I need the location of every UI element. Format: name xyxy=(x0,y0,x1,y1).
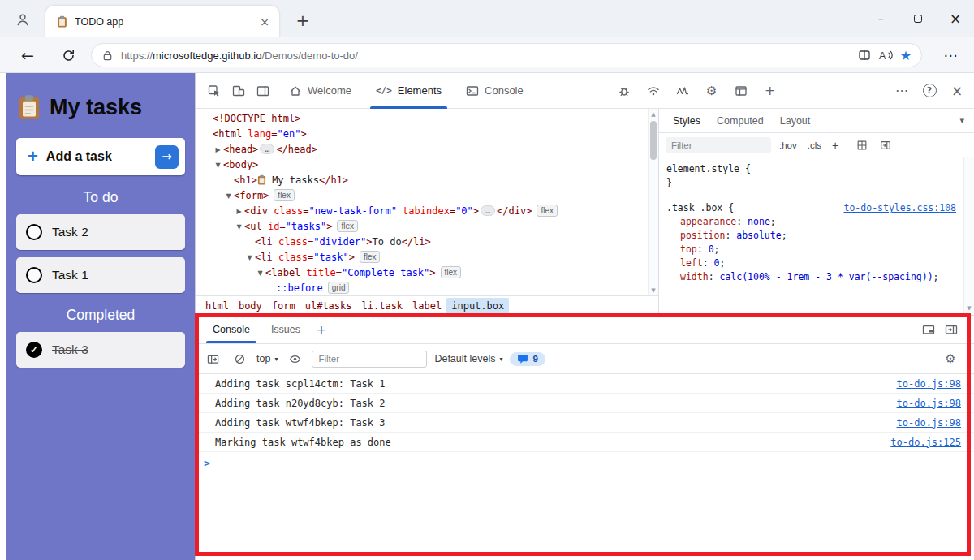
console-input-row[interactable]: > xyxy=(196,452,974,474)
tree-row[interactable]: ▼<body> xyxy=(196,157,648,173)
grid-badge[interactable]: grid xyxy=(328,282,350,294)
elements-scrollbar[interactable]: ▲ ▼ xyxy=(648,109,658,295)
breadcrumb-item[interactable]: li.task xyxy=(357,298,408,314)
clear-console-icon[interactable] xyxy=(230,349,249,368)
task-checked-icon[interactable]: ✓ xyxy=(26,342,42,358)
add-task-button[interactable]: + Add a task → xyxy=(16,138,185,175)
tab-styles[interactable]: Styles xyxy=(666,112,708,130)
breadcrumb-item[interactable]: body xyxy=(234,298,267,314)
expand-arrow-down-icon[interactable]: ▼ xyxy=(223,188,234,204)
issues-count-badge[interactable]: 9 xyxy=(510,352,545,366)
breadcrumb-item[interactable]: label xyxy=(407,298,446,314)
scroll-down-icon[interactable]: ▼ xyxy=(649,285,658,295)
expand-arrow-down-icon[interactable]: ▼ xyxy=(213,157,223,173)
expand-arrow-down-icon[interactable]: ▼ xyxy=(244,250,255,265)
tab-computed[interactable]: Computed xyxy=(709,112,771,130)
breadcrumb-item[interactable]: html xyxy=(200,298,234,314)
grid-overlay-icon[interactable] xyxy=(853,136,871,154)
flex-badge[interactable]: flex xyxy=(274,189,295,201)
more-options-icon[interactable]: ⋯ xyxy=(890,79,914,103)
new-tab-button[interactable]: + xyxy=(292,10,313,31)
ellipsis-badge[interactable]: … xyxy=(481,205,495,216)
tab-console-drawer[interactable]: Console xyxy=(202,316,261,343)
tab-layout[interactable]: Layout xyxy=(773,112,818,130)
bug-icon[interactable] xyxy=(612,79,636,103)
settings-gear-icon[interactable]: ⚙ xyxy=(700,79,724,103)
log-levels-selector[interactable]: Default levels ▾ xyxy=(434,353,502,364)
help-icon[interactable]: ? xyxy=(917,79,942,103)
window-maximize-button[interactable] xyxy=(899,0,937,37)
tree-row[interactable]: ::beforegrid xyxy=(196,281,648,295)
expand-arrow-down-icon[interactable]: ▼ xyxy=(234,219,244,235)
tree-row[interactable]: ▼<label title="Complete task">flex xyxy=(196,265,648,281)
refresh-button[interactable] xyxy=(57,44,80,67)
expand-drawer-icon[interactable] xyxy=(945,323,958,336)
toggle-sidebar-icon[interactable] xyxy=(877,136,894,154)
new-style-rule-button[interactable]: + xyxy=(830,137,841,153)
tree-row[interactable]: ▶<head>…</head> xyxy=(196,142,648,157)
console-settings-icon[interactable]: ⚙ xyxy=(942,347,967,371)
task-unchecked-icon[interactable] xyxy=(26,224,42,240)
console-source-link[interactable]: to-do.js:98 xyxy=(897,398,961,409)
profile-avatar[interactable] xyxy=(12,9,33,30)
tree-row[interactable]: <h1> My tasks</h1> xyxy=(196,173,648,188)
tab-elements[interactable]: </> Elements xyxy=(365,73,452,109)
console-source-link[interactable]: to-do.js:98 xyxy=(897,378,961,390)
performance-icon[interactable] xyxy=(670,79,695,103)
task-item[interactable]: Task 1 xyxy=(16,257,185,293)
application-icon[interactable] xyxy=(729,79,753,103)
tab-close-icon[interactable]: × xyxy=(256,14,273,30)
scrollbar-thumb[interactable] xyxy=(650,121,657,160)
stylesheet-link[interactable]: to-do-styles.css:108 xyxy=(838,201,956,215)
expand-arrow-right-icon[interactable]: ▶ xyxy=(234,204,244,219)
tree-row[interactable]: <html lang="en"> xyxy=(196,127,648,142)
flex-badge[interactable]: flex xyxy=(537,205,558,217)
tab-console-top[interactable]: Console xyxy=(455,73,534,109)
split-screen-icon[interactable] xyxy=(858,49,871,62)
browser-tab[interactable]: TODO app × xyxy=(45,6,279,37)
css-property[interactable]: top: 0; xyxy=(666,243,942,256)
read-aloud-icon[interactable]: A xyxy=(878,49,893,62)
console-source-link[interactable]: to-do.js:125 xyxy=(890,437,961,448)
browser-menu-button[interactable]: ⋯ xyxy=(938,44,963,67)
device-toolbar-icon[interactable] xyxy=(226,79,251,103)
breadcrumb-item[interactable]: form xyxy=(267,298,300,314)
flex-badge[interactable]: flex xyxy=(441,266,462,278)
console-source-link[interactable]: to-do.js:98 xyxy=(897,417,961,429)
expand-arrow-right-icon[interactable]: ▶ xyxy=(213,142,223,157)
back-button[interactable]: ← xyxy=(16,44,39,67)
tree-row[interactable]: ▼<ul id="tasks">flex xyxy=(196,219,648,235)
tree-row[interactable]: <li class="divider">To do</li> xyxy=(196,235,648,250)
scroll-up-icon[interactable]: ▲ xyxy=(649,109,658,119)
task-item[interactable]: ✓Task 3 xyxy=(16,332,185,368)
pseudo-state-button[interactable]: :hov xyxy=(777,139,799,152)
tree-row[interactable]: <!DOCTYPE html> xyxy=(196,111,648,127)
css-property[interactable]: position: absolute; xyxy=(666,229,942,243)
styles-filter-input[interactable] xyxy=(666,137,771,153)
task-item[interactable]: Task 2 xyxy=(16,214,185,250)
expand-arrow-down-icon[interactable]: ▼ xyxy=(255,265,265,281)
network-conditions-icon[interactable] xyxy=(641,79,666,103)
css-property[interactable]: left: 0; xyxy=(666,256,942,270)
tree-row[interactable]: ▼<li class="task">flex xyxy=(196,250,648,265)
breadcrumb-item[interactable]: ul#tasks xyxy=(300,298,357,314)
console-sidebar-icon[interactable] xyxy=(203,349,222,368)
task-unchecked-icon[interactable] xyxy=(26,267,42,283)
ellipsis-badge[interactable]: … xyxy=(260,144,274,154)
css-property[interactable]: width: calc(100% - 1rem - 3 * var(--spac… xyxy=(666,270,942,284)
console-filter-input[interactable] xyxy=(312,351,427,368)
favorite-star-icon[interactable]: ★ xyxy=(900,48,912,63)
add-drawer-tab-button[interactable]: + xyxy=(311,319,332,340)
add-tool-icon[interactable]: + xyxy=(758,79,782,103)
styles-scrollbar[interactable]: ▼ xyxy=(963,157,974,315)
breadcrumb-item[interactable]: input.box xyxy=(446,298,509,314)
rule-selector[interactable]: .task .box { xyxy=(666,201,734,215)
rule-selector[interactable]: element.style { xyxy=(666,162,751,176)
scroll-down-icon[interactable]: ▼ xyxy=(964,303,974,313)
flex-badge[interactable]: flex xyxy=(360,251,381,263)
element-class-button[interactable]: .cls xyxy=(805,139,824,152)
javascript-context-selector[interactable]: top ▾ xyxy=(256,353,278,364)
tab-issues[interactable]: Issues xyxy=(261,316,311,343)
live-expression-eye-icon[interactable] xyxy=(285,349,304,368)
flex-badge[interactable]: flex xyxy=(337,220,358,232)
